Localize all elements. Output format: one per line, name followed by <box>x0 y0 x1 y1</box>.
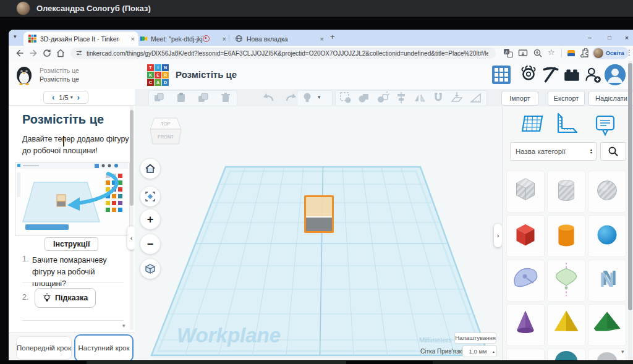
zoom-out-button[interactable]: − <box>140 234 160 254</box>
workplane-helper-icon[interactable] <box>520 114 545 136</box>
user-avatar[interactable] <box>605 64 626 85</box>
browser-window: ▾ 3D-дизайн Place It - Tinkercad × Meet:… <box>9 30 633 360</box>
shape-tile-pyramid[interactable] <box>547 304 585 346</box>
settings-button[interactable]: Налаштування <box>454 332 496 344</box>
sphere-hole-icon <box>588 171 626 212</box>
page-indicator[interactable]: 1/5 <box>59 94 68 101</box>
copy-icon[interactable] <box>152 91 166 104</box>
duplicate-icon[interactable] <box>197 91 210 104</box>
align-icon[interactable] <box>394 91 408 104</box>
bulb-dropdown-icon[interactable]: ▾ <box>318 94 321 100</box>
send-button[interactable]: Надіслати <box>588 91 633 106</box>
undo-icon[interactable] <box>261 91 275 104</box>
window-close-icon[interactable]: × <box>618 30 633 46</box>
fit-view-button[interactable] <box>140 187 160 206</box>
zoom-in-button[interactable]: + <box>140 210 160 229</box>
placed-box-shape[interactable] <box>304 195 334 233</box>
panel-expand-handle[interactable]: › <box>494 224 502 247</box>
ruler-helper-icon[interactable] <box>556 112 580 137</box>
shape-search-button[interactable] <box>600 142 626 161</box>
view-cube-front-label[interactable]: FRONT <box>158 134 174 140</box>
shape-tile-spinner[interactable] <box>547 260 585 302</box>
show-hidden-bulb-icon[interactable] <box>300 91 314 104</box>
site-settings-icon[interactable] <box>75 49 83 57</box>
notes-helper-icon[interactable] <box>594 114 616 137</box>
forward-icon[interactable] <box>28 48 38 58</box>
shape-tile-box-hole[interactable] <box>506 171 545 213</box>
shape-tile-cone[interactable] <box>506 304 545 346</box>
shape-tile-partial[interactable] <box>506 349 545 360</box>
page-next-icon[interactable]: › <box>73 93 84 102</box>
shape-tile-partial[interactable] <box>588 349 626 360</box>
lego-brick-icon[interactable] <box>563 66 581 84</box>
minecraft-pickaxe-icon[interactable] <box>542 66 560 84</box>
shape-tile-roof[interactable] <box>588 304 626 346</box>
zoom-lens-icon[interactable] <box>533 48 543 58</box>
lesson-scrollbar[interactable] <box>130 106 134 330</box>
tab-tinkercad[interactable]: 3D-дизайн Place It - Tinkercad × <box>23 32 138 46</box>
shapes-scroll-down-icon[interactable]: ▾ <box>621 349 624 355</box>
page-scrollbar[interactable] <box>628 61 632 360</box>
bookmark-star-icon[interactable]: ☆ <box>548 48 555 57</box>
add-person-icon[interactable] <box>584 66 602 84</box>
extension-wallet-icon[interactable] <box>566 48 576 58</box>
view-grid-button[interactable] <box>492 66 511 84</box>
ruler-tool-icon[interactable] <box>469 91 482 104</box>
ungroup-icon[interactable] <box>376 91 389 104</box>
cast-icon[interactable] <box>518 48 528 58</box>
mirror-icon[interactable] <box>413 91 427 104</box>
window-maximize-icon[interactable]: □ <box>601 30 618 46</box>
viewport-canvas[interactable]: Workplane Millimeters TOP FRONT <box>135 106 502 360</box>
next-step-label: Наступний крок <box>78 344 129 353</box>
tab-search-chevron-icon[interactable]: ▾ <box>14 33 17 40</box>
tab-new-tab[interactable]: Нова вкладка × <box>231 32 328 46</box>
shape-tile-box[interactable] <box>506 215 545 257</box>
hint-button[interactable]: Підказка <box>35 288 96 308</box>
category-select[interactable]: Назва категорії ▴ ▾ <box>510 142 597 161</box>
window-minimize-icon[interactable]: − <box>581 30 598 46</box>
delete-icon[interactable] <box>219 91 232 104</box>
shape-tile-cylinder[interactable] <box>547 215 585 257</box>
view-cube[interactable]: TOP FRONT <box>148 116 183 148</box>
simlab-icon[interactable] <box>519 66 538 84</box>
scroll-down-icon[interactable]: ▾ <box>122 323 125 329</box>
group-icon[interactable] <box>357 91 371 104</box>
home-view-button[interactable] <box>140 159 160 179</box>
translate-icon[interactable]: A <box>503 48 513 58</box>
magnet-icon[interactable] <box>431 91 445 104</box>
back-icon[interactable] <box>15 48 25 58</box>
workplane[interactable]: Workplane Millimeters <box>135 106 502 360</box>
shape-tile-sphere-hole[interactable] <box>588 171 626 213</box>
shape-tile-cylinder-hole[interactable] <box>547 171 585 213</box>
url-bar[interactable]: tinkercad.com/things/gyDlX56Ja8K/edit?le… <box>70 48 496 59</box>
home-icon[interactable] <box>56 48 66 58</box>
shape-tile-text[interactable]: N N <box>588 260 626 302</box>
tab-meet[interactable]: Meet: "pek-dtdj-jkj" × <box>136 32 230 46</box>
design-title[interactable]: Розмістіть це <box>176 69 237 80</box>
extensions-puzzle-icon[interactable] <box>580 48 590 58</box>
import-button[interactable]: Імпорт <box>501 91 538 106</box>
tinkercad-logo[interactable]: TIN KER CAD <box>147 64 169 86</box>
redo-icon[interactable] <box>284 91 298 104</box>
reload-icon[interactable] <box>42 48 52 58</box>
snap-grid-select[interactable]: 1,0 мм ▴ <box>462 345 497 357</box>
browser-menu-icon[interactable]: ⋮ <box>626 48 633 57</box>
workplane-tool-icon[interactable] <box>450 91 464 104</box>
page-scrollbar-thumb[interactable] <box>628 63 632 310</box>
page-prev-icon[interactable]: ‹ <box>48 93 59 102</box>
perspective-toggle-button[interactable] <box>140 259 160 279</box>
tab-close-icon[interactable]: × <box>316 35 328 43</box>
lesson-scrollbar-thumb[interactable] <box>130 110 134 206</box>
shape-tile-sphere[interactable] <box>588 215 626 257</box>
browser-profile-chip[interactable]: Освіта <box>592 47 629 59</box>
shape-tile-partial[interactable] <box>547 349 585 360</box>
prev-step-button[interactable]: Попередній крок <box>16 336 72 360</box>
view-cube-top-label[interactable]: TOP <box>161 121 170 127</box>
text-shape-icon: N N <box>588 260 626 301</box>
next-step-button[interactable]: Наступний крок <box>74 334 134 362</box>
select-group-icon[interactable] <box>339 91 352 104</box>
shape-tile-scribble[interactable] <box>506 260 545 302</box>
new-tab-icon[interactable]: + <box>330 32 335 41</box>
export-button[interactable]: Експорт <box>548 91 585 106</box>
paste-icon[interactable] <box>174 91 188 104</box>
